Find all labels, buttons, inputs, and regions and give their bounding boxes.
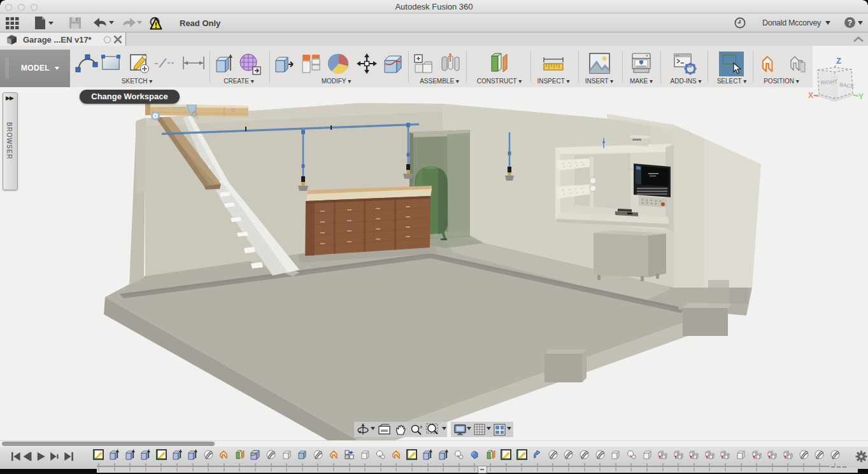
svg-text:Y: Y <box>858 92 864 101</box>
svg-text:±: ± <box>420 424 423 429</box>
svg-text:RIGHT: RIGHT <box>820 78 837 86</box>
svg-text:Z: Z <box>836 56 841 66</box>
svg-text:?: ? <box>848 18 852 27</box>
svg-text:X: X <box>808 91 813 100</box>
